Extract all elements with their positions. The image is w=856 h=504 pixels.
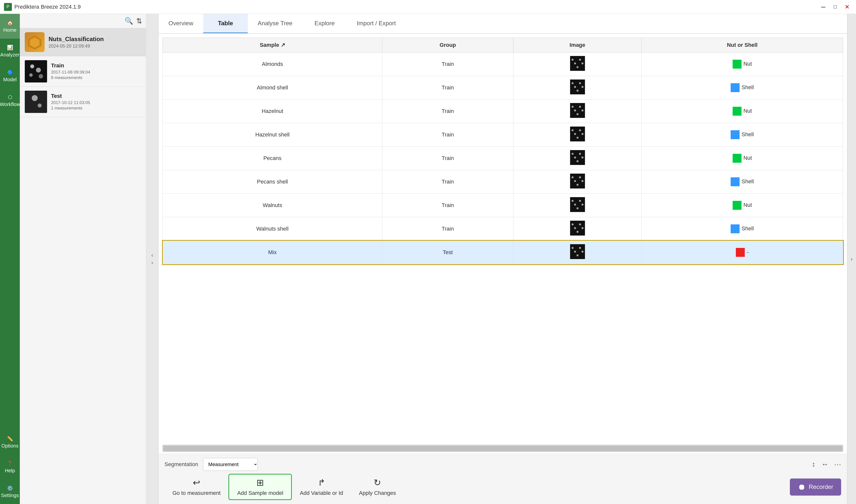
- color-indicator: [733, 201, 742, 210]
- cell-label: Nut: [641, 100, 843, 123]
- tab-explore[interactable]: Explore: [302, 14, 347, 33]
- minimize-button[interactable]: ─: [818, 2, 828, 12]
- col-header-image[interactable]: Image: [513, 38, 641, 53]
- apply-changes-button[interactable]: ↻ Apply Changes: [351, 474, 404, 499]
- color-indicator: [736, 248, 745, 257]
- dataset-card-test[interactable]: Test 2017-10-12 11:03:05 1 measurements: [20, 87, 146, 117]
- sidebar-item-home[interactable]: 🏠 Home: [0, 14, 20, 39]
- svg-point-39: [582, 157, 584, 159]
- svg-point-43: [576, 184, 578, 186]
- recorder-label: Recorder: [809, 483, 833, 490]
- sidebar-item-help[interactable]: ❓ Help: [0, 454, 20, 479]
- cell-label: Nut: [641, 194, 843, 217]
- svg-point-44: [579, 176, 581, 178]
- table-row[interactable]: MixTest-: [163, 241, 843, 264]
- svg-point-19: [576, 90, 578, 92]
- recorder-button[interactable]: ⏺ Recorder: [790, 479, 841, 496]
- cell-label: Nut: [641, 53, 843, 76]
- svg-point-13: [576, 66, 578, 68]
- segmentation-select[interactable]: Measurement Manual Auto: [203, 458, 258, 471]
- seg-icon-dots[interactable]: ⋯: [834, 461, 841, 469]
- tab-table[interactable]: Table: [203, 14, 248, 33]
- svg-point-41: [572, 176, 574, 178]
- col-header-group[interactable]: Group: [382, 38, 513, 53]
- dataset-card-train[interactable]: Train 2017-11-08 09:39:04 8 measurements: [20, 56, 146, 87]
- tab-overview[interactable]: Overview: [159, 14, 203, 33]
- tab-analyse-tree[interactable]: Analyse Tree: [248, 14, 302, 33]
- sidebar-item-options[interactable]: ✏️ Options: [0, 430, 20, 454]
- dataset-name-train: Train: [51, 62, 141, 69]
- cell-image: [513, 241, 641, 264]
- col-header-nutorshell[interactable]: Nut or Shell: [641, 38, 843, 53]
- sort-icon[interactable]: ⇅: [136, 17, 142, 25]
- svg-point-24: [574, 109, 576, 111]
- tab-import-export[interactable]: Import / Export: [347, 14, 406, 33]
- svg-point-29: [572, 129, 574, 131]
- table-area: Sample ↗ Group Image Nut or Shell: [159, 34, 847, 445]
- table-row[interactable]: HazelnutTrainNut: [163, 100, 843, 123]
- expand-right-icon[interactable]: ›: [151, 259, 153, 266]
- cell-image: [513, 53, 641, 76]
- svg-point-38: [579, 153, 581, 155]
- project-card[interactable]: Nuts_Classification 2024-05-20 12:09:49: [20, 28, 146, 56]
- svg-point-3: [30, 65, 34, 68]
- cell-label: Nut: [641, 147, 843, 170]
- svg-point-11: [572, 59, 574, 61]
- table-row[interactable]: WalnutsTrainNut: [163, 194, 843, 217]
- close-button[interactable]: ✕: [842, 2, 852, 12]
- sidebar-item-analyzer[interactable]: 📊 Analyzer: [0, 39, 20, 64]
- options-icon: ✏️: [7, 436, 13, 442]
- add-variable-button[interactable]: ↱ Add Variable or Id: [292, 474, 351, 499]
- col-header-sample[interactable]: Sample ↗: [163, 38, 382, 53]
- sidebar-home-label: Home: [3, 27, 16, 33]
- svg-point-62: [579, 247, 581, 249]
- add-variable-label: Add Variable or Id: [300, 490, 343, 496]
- cell-image: [513, 217, 641, 241]
- table-row[interactable]: PecansTrainNut: [163, 147, 843, 170]
- project-info: Nuts_Classification 2024-05-20 12:09:49: [49, 36, 141, 49]
- svg-point-49: [576, 207, 578, 209]
- table-row[interactable]: Hazelnut shellTrainShell: [163, 123, 843, 147]
- table-row[interactable]: Walnuts shellTrainShell: [163, 217, 843, 241]
- search-icon[interactable]: 🔍: [125, 17, 133, 25]
- svg-point-8: [32, 95, 38, 101]
- goto-measurement-button[interactable]: ↩ Go to measurement: [164, 474, 228, 499]
- cell-group: Train: [382, 147, 513, 170]
- color-indicator: [733, 154, 742, 163]
- right-edge-icon: ›: [851, 256, 853, 263]
- maximize-button[interactable]: □: [830, 2, 840, 12]
- cell-label: Shell: [641, 76, 843, 100]
- svg-point-48: [574, 203, 576, 205]
- cell-group: Train: [382, 100, 513, 123]
- tab-bar: Overview Table Analyse Tree Explore Impo…: [159, 14, 847, 34]
- panel-toggle[interactable]: ‹ ›: [146, 14, 159, 504]
- svg-point-57: [582, 227, 584, 229]
- horizontal-scrollbar[interactable]: [162, 445, 843, 452]
- svg-point-20: [579, 82, 581, 84]
- cell-sample: Mix: [163, 241, 382, 264]
- table-row[interactable]: AlmondsTrainNut: [163, 53, 843, 76]
- sidebar-item-model[interactable]: 🔷 Model: [0, 64, 20, 88]
- sidebar-item-settings[interactable]: ⚙️ Settings: [0, 479, 20, 504]
- color-indicator: [731, 130, 739, 139]
- collapse-left-icon[interactable]: ‹: [151, 252, 153, 258]
- svg-point-61: [576, 254, 578, 256]
- add-sample-model-button[interactable]: ⊞ Add Sample model: [228, 474, 292, 500]
- app-title: Prediktera Breeze 2024.1.9: [14, 4, 81, 10]
- seg-icon-updown[interactable]: ↕: [812, 461, 815, 469]
- svg-point-53: [572, 223, 574, 226]
- right-edge-expand[interactable]: ›: [847, 14, 856, 504]
- analyzer-icon: 📊: [7, 44, 13, 51]
- seg-icon-leftright[interactable]: ↔: [821, 461, 828, 469]
- svg-point-45: [582, 180, 584, 182]
- svg-point-56: [579, 223, 581, 226]
- sidebar-help-label: Help: [5, 468, 15, 473]
- add-sample-model-icon: ⊞: [256, 478, 264, 488]
- table-row[interactable]: Almond shellTrainShell: [163, 76, 843, 100]
- sidebar-item-workflow[interactable]: ⬡ Workflow: [0, 88, 20, 113]
- sidebar-analyzer-label: Analyzer: [0, 52, 20, 58]
- sidebar-toolbar: 🔍 ⇅: [20, 14, 146, 28]
- cell-group: Train: [382, 194, 513, 217]
- cell-sample: Hazelnut shell: [163, 123, 382, 147]
- table-row[interactable]: Pecans shellTrainShell: [163, 170, 843, 194]
